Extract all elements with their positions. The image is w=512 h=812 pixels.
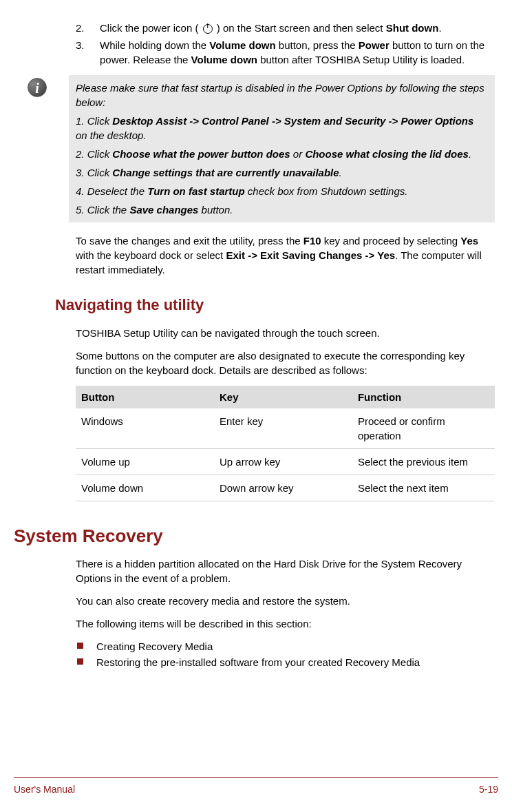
text: ) on the Start screen and then select: [214, 22, 386, 34]
bold-text: Change settings that are currently unava…: [112, 167, 339, 178]
step-text: While holding down the Volume down butto…: [100, 38, 495, 67]
step-text: Click the power icon ( ) on the Start sc…: [100, 21, 495, 35]
text: button after TOSHIBA Setup Utility is lo…: [257, 54, 465, 65]
note-step-3: 3. Click Change settings that are curren…: [76, 165, 488, 180]
text: While holding down the: [100, 39, 209, 51]
note-content: Please make sure that fast startup is di…: [69, 75, 495, 222]
text: .: [339, 167, 342, 178]
recovery-p1: There is a hidden partition allocated on…: [76, 556, 495, 585]
footer-right: 5-19: [479, 783, 498, 797]
th-key: Key: [214, 386, 352, 408]
note-icon-wrapper: i: [24, 75, 69, 222]
list-step-2: 2. Click the power icon ( ) on the Start…: [76, 21, 495, 35]
bold-text: Shut down: [386, 22, 439, 34]
heading-system-recovery: System Recovery: [14, 523, 495, 548]
bold-text: Volume down: [191, 54, 257, 65]
cell: Enter key: [214, 408, 352, 449]
text: .: [438, 22, 441, 34]
text: or: [290, 148, 306, 160]
text: 3. Click: [76, 167, 112, 178]
note-step-5: 5. Click the Save changes button.: [76, 202, 488, 217]
bold-text: Save changes: [129, 204, 198, 216]
note-step-1: 1. Click Desktop Assist -> Control Panel…: [76, 114, 488, 143]
recovery-bullets: Creating Recovery Media Restoring the pr…: [76, 639, 495, 669]
nav-p2: Some buttons on the computer are also de…: [76, 348, 495, 377]
recovery-p2: You can also create recovery media and r…: [76, 594, 495, 608]
text: 4. Deselect the: [76, 185, 147, 197]
cell: Select the previous item: [352, 448, 495, 475]
text: button.: [198, 204, 233, 216]
list-item: Creating Recovery Media: [76, 639, 495, 654]
text: on the desktop.: [76, 129, 147, 141]
cell: Volume down: [76, 475, 214, 501]
table-row: Windows Enter key Proceed or confirm ope…: [76, 408, 495, 449]
text: check box from Shutdown settings.: [245, 185, 408, 197]
text: 2. Click: [76, 148, 112, 160]
step-number: 2.: [76, 21, 100, 35]
text: 5. Click the: [76, 204, 129, 216]
table-row: Volume up Up arrow key Select the previo…: [76, 448, 495, 475]
page-footer: User's Manual 5-19: [14, 777, 498, 797]
th-button: Button: [76, 386, 214, 408]
nav-table: Button Key Function Windows Enter key Pr…: [76, 386, 495, 501]
nav-p1: TOSHIBA Setup Utility can be navigated t…: [76, 326, 495, 340]
note-box: i Please make sure that fast startup is …: [24, 75, 495, 222]
text: button, press the: [276, 39, 359, 51]
bold-text: Volume down: [209, 39, 275, 51]
power-icon: [203, 24, 213, 34]
cell: Select the next item: [352, 475, 495, 501]
bold-text: Choose what the power button does: [112, 148, 290, 160]
exit-paragraph: To save the changes and exit the utility…: [76, 233, 495, 277]
cell: Volume up: [76, 448, 214, 475]
list-item: Restoring the pre-installed software fro…: [76, 655, 495, 669]
note-step-4: 4. Deselect the Turn on fast startup che…: [76, 184, 488, 198]
list-step-3: 3. While holding down the Volume down bu…: [76, 38, 495, 67]
info-icon: i: [28, 78, 47, 97]
heading-navigating: Navigating the utility: [55, 295, 495, 316]
cell: Up arrow key: [214, 448, 352, 475]
text: .: [469, 148, 471, 160]
cell: Windows: [76, 408, 214, 449]
bold-text: Yes: [460, 235, 478, 247]
text: To save the changes and exit the utility…: [76, 235, 303, 247]
bold-text: Turn on fast startup: [147, 185, 244, 197]
th-function: Function: [352, 386, 495, 408]
bold-text: Exit -> Exit Saving Changes -> Yes: [226, 249, 395, 261]
text: with the keyboard dock or select: [76, 249, 226, 261]
step-number: 3.: [76, 38, 100, 67]
note-intro: Please make sure that fast startup is di…: [76, 81, 488, 110]
bold-text: F10: [303, 235, 321, 247]
text: Click the power icon (: [100, 22, 202, 34]
cell: Down arrow key: [214, 475, 352, 501]
text: key and proceed by selecting: [321, 235, 461, 247]
table-header-row: Button Key Function: [76, 386, 495, 408]
bold-text: Choose what closing the lid does: [305, 148, 469, 160]
cell: Proceed or confirm operation: [352, 408, 495, 449]
text: 1. Click: [76, 115, 112, 127]
recovery-p3: The following items will be described in…: [76, 616, 495, 631]
bold-text: Power: [359, 39, 390, 51]
note-step-2: 2. Click Choose what the power button do…: [76, 147, 488, 161]
bold-text: Desktop Assist -> Control Panel -> Syste…: [112, 115, 473, 127]
footer-left: User's Manual: [14, 783, 75, 797]
table-row: Volume down Down arrow key Select the ne…: [76, 475, 495, 501]
